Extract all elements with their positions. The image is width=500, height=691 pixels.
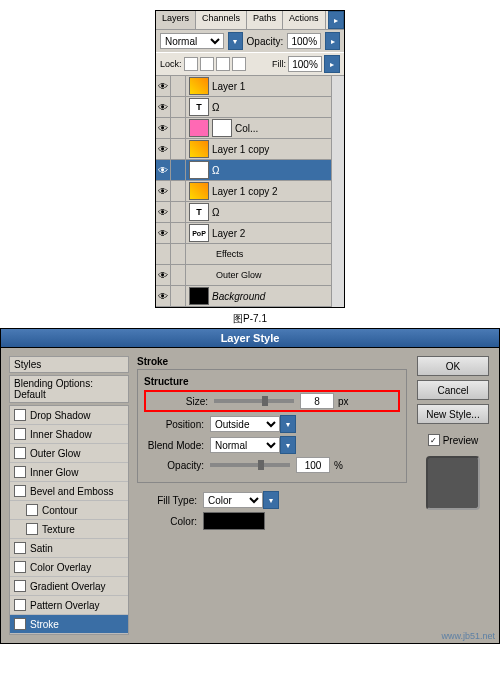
effect-checkbox[interactable] [14,428,26,440]
blend-dropdown-icon[interactable]: ▾ [228,32,243,50]
effect-checkbox[interactable] [14,599,26,611]
opacity-arrow-icon[interactable]: ▸ [325,32,340,50]
visibility-icon[interactable]: 👁 [156,97,171,117]
layer-row[interactable]: 👁PoPLayer 2 [156,223,344,244]
link-cell[interactable] [171,223,186,243]
preview-checkbox[interactable]: ✓ [428,434,440,446]
layer-row[interactable]: 👁Layer 1 [156,76,344,97]
link-cell[interactable] [171,265,186,285]
effect-option[interactable]: Inner Glow [10,463,128,482]
layer-row[interactable]: Effects [156,244,344,265]
effect-option[interactable]: ✓Stroke [10,615,128,634]
blendmode-select[interactable]: Normal [210,437,280,453]
effect-checkbox[interactable] [26,504,38,516]
layer-name[interactable]: Layer 1 copy [212,144,344,155]
effect-checkbox[interactable] [14,542,26,554]
effect-option[interactable]: Pattern Overlay [10,596,128,615]
effect-checkbox[interactable] [26,523,38,535]
link-cell[interactable] [171,181,186,201]
effect-option[interactable]: Inner Shadow [10,425,128,444]
layer-row[interactable]: 👁Col... [156,118,344,139]
effect-option[interactable]: Color Overlay [10,558,128,577]
filltype-dropdown-icon[interactable]: ▾ [263,491,279,509]
effect-checkbox[interactable] [14,466,26,478]
layer-row[interactable]: 👁TΩ [156,160,344,181]
layer-name[interactable]: Layer 2 [212,228,344,239]
layer-row[interactable]: 👁Background [156,286,344,307]
tab-paths[interactable]: Paths [247,11,283,29]
tab-actions[interactable]: Actions [283,11,326,29]
layer-thumbnail[interactable]: T [189,161,209,179]
link-cell[interactable] [171,244,186,264]
layer-thumbnail[interactable]: T [189,98,209,116]
lock-all-icon[interactable] [232,57,246,71]
styles-header[interactable]: Styles [9,356,129,373]
layer-row[interactable]: 👁TΩ [156,97,344,118]
link-cell[interactable] [171,97,186,117]
layer-thumbnail[interactable] [189,77,209,95]
layer-row[interactable]: 👁Outer Glow [156,265,344,286]
lock-position-icon[interactable] [216,57,230,71]
position-dropdown-icon[interactable]: ▾ [280,415,296,433]
layer-mask[interactable] [212,119,232,137]
layer-thumbnail[interactable] [189,287,209,305]
effect-option[interactable]: Bevel and Emboss [10,482,128,501]
effect-checkbox[interactable] [14,485,26,497]
ok-button[interactable]: OK [417,356,489,376]
layer-row[interactable]: 👁TΩ [156,202,344,223]
tab-layers[interactable]: Layers [156,11,196,29]
scrollbar[interactable] [331,76,344,307]
layer-thumbnail[interactable] [189,140,209,158]
fill-input[interactable] [288,56,322,72]
opacity-slider[interactable] [210,463,290,467]
tab-channels[interactable]: Channels [196,11,247,29]
link-cell[interactable] [171,76,186,96]
layer-name[interactable]: Col... [235,123,344,134]
link-cell[interactable] [171,118,186,138]
layer-name[interactable]: Layer 1 [212,81,344,92]
link-cell[interactable] [171,286,186,306]
blend-mode-select[interactable]: Normal [160,33,224,49]
layer-name[interactable]: Background [212,291,344,302]
blending-options-header[interactable]: Blending Options: Default [9,375,129,403]
position-select[interactable]: Outside [210,416,280,432]
opacity-input[interactable] [287,33,321,49]
size-input[interactable] [300,393,334,409]
effect-option[interactable]: Contour [10,501,128,520]
effect-checkbox[interactable] [14,447,26,459]
layer-thumbnail[interactable]: T [189,203,209,221]
visibility-icon[interactable]: 👁 [156,223,171,243]
filltype-select[interactable]: Color [203,492,263,508]
visibility-icon[interactable]: 👁 [156,202,171,222]
visibility-icon[interactable]: 👁 [156,181,171,201]
effect-checkbox[interactable] [14,561,26,573]
layer-name[interactable]: Ω [212,207,344,218]
link-cell[interactable] [171,139,186,159]
layer-name[interactable]: Layer 1 copy 2 [212,186,344,197]
lock-pixels-icon[interactable] [200,57,214,71]
cancel-button[interactable]: Cancel [417,380,489,400]
layer-thumbnail[interactable] [189,119,209,137]
effect-checkbox[interactable] [14,580,26,592]
effect-option[interactable]: Texture [10,520,128,539]
effect-checkbox[interactable]: ✓ [14,618,26,630]
effect-option[interactable]: Gradient Overlay [10,577,128,596]
visibility-icon[interactable]: 👁 [156,160,171,180]
visibility-icon[interactable]: 👁 [156,139,171,159]
effect-option[interactable]: Satin [10,539,128,558]
effect-option[interactable]: Outer Glow [10,444,128,463]
layer-row[interactable]: 👁Layer 1 copy 2 [156,181,344,202]
blendmode-dropdown-icon[interactable]: ▾ [280,436,296,454]
visibility-icon[interactable]: 👁 [156,118,171,138]
fill-arrow-icon[interactable]: ▸ [324,55,340,73]
lock-transparency-icon[interactable] [184,57,198,71]
link-cell[interactable] [171,202,186,222]
link-cell[interactable] [171,160,186,180]
panel-menu-icon[interactable]: ▸ [328,11,344,29]
visibility-icon[interactable]: 👁 [156,265,171,285]
effect-checkbox[interactable] [14,409,26,421]
layer-name[interactable]: Ω [212,165,344,176]
new-style-button[interactable]: New Style... [417,404,489,424]
layer-thumbnail[interactable]: PoP [189,224,209,242]
visibility-icon[interactable]: 👁 [156,76,171,96]
